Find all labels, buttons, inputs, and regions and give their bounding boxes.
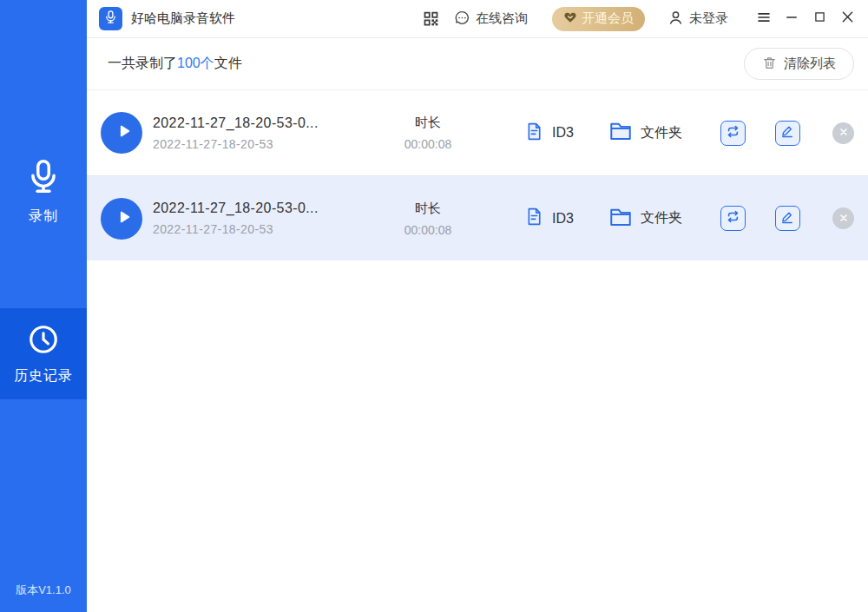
login-status-label: 未登录 bbox=[689, 10, 728, 27]
app-logo bbox=[99, 7, 122, 30]
open-folder-button[interactable]: 文件夹 bbox=[608, 119, 682, 147]
count-suffix: 文件 bbox=[214, 56, 242, 70]
id3-label: ID3 bbox=[552, 125, 574, 141]
id3-button[interactable]: ID3 bbox=[524, 207, 574, 230]
hamburger-icon bbox=[756, 10, 772, 29]
online-support-label: 在线咨询 bbox=[476, 10, 528, 27]
id3-button[interactable]: ID3 bbox=[524, 122, 574, 145]
rename-button[interactable] bbox=[775, 121, 800, 146]
sidebar: 录制 历史记录 版本V1.1.0 bbox=[0, 0, 87, 612]
count-prefix: 一共录制了 bbox=[108, 56, 177, 70]
delete-button[interactable] bbox=[832, 207, 854, 229]
duration-value: 00:00:08 bbox=[380, 137, 476, 151]
file-title: 2022-11-27_18-20-53-0... bbox=[153, 115, 380, 131]
duration-label: 时长 bbox=[380, 115, 476, 131]
maximize-button[interactable] bbox=[810, 10, 829, 29]
file-info: 2022-11-27_18-20-53-0... 2022-11-27-18-2… bbox=[153, 201, 380, 236]
duration-column: 时长 00:00:08 bbox=[380, 201, 476, 237]
sidebar-item-label: 历史记录 bbox=[14, 367, 73, 385]
folder-icon bbox=[608, 205, 633, 233]
folder-label: 文件夹 bbox=[641, 124, 682, 142]
duration-value: 00:00:08 bbox=[380, 223, 476, 237]
loop-icon bbox=[725, 123, 741, 143]
loop-icon bbox=[725, 208, 741, 228]
play-button[interactable] bbox=[101, 198, 142, 240]
file-info: 2022-11-27_18-20-53-0... 2022-11-27-18-2… bbox=[153, 115, 380, 151]
version-label: 版本V1.1.0 bbox=[0, 582, 87, 598]
folder-icon bbox=[608, 119, 633, 147]
play-icon bbox=[112, 122, 131, 144]
titlebar[interactable]: 好哈电脑录音软件 在线咨询 开通会员 bbox=[87, 0, 868, 38]
clear-list-button[interactable]: 清除列表 bbox=[744, 48, 854, 80]
menu-button[interactable] bbox=[754, 10, 773, 29]
folder-label: 文件夹 bbox=[641, 209, 682, 227]
membership-label: 开通会员 bbox=[582, 10, 634, 27]
clear-list-label: 清除列表 bbox=[784, 56, 836, 72]
convert-button[interactable] bbox=[720, 121, 746, 146]
login-button[interactable]: 未登录 bbox=[667, 10, 728, 29]
close-x-icon bbox=[838, 125, 849, 141]
close-icon bbox=[839, 9, 856, 29]
app-window: 录制 历史记录 版本V1.1.0 好哈电脑录音软件 bbox=[0, 0, 868, 612]
microphone-icon bbox=[103, 10, 118, 28]
pencil-icon bbox=[779, 123, 795, 142]
microphone-icon bbox=[24, 157, 62, 199]
delete-button[interactable] bbox=[832, 122, 854, 144]
duration-column: 时长 00:00:08 bbox=[380, 115, 476, 151]
pencil-icon bbox=[779, 209, 795, 228]
qr-code-icon[interactable] bbox=[422, 10, 440, 28]
sidebar-item-history[interactable]: 历史记录 bbox=[0, 308, 87, 399]
close-x-icon bbox=[838, 211, 849, 227]
chat-icon bbox=[454, 10, 470, 29]
person-icon bbox=[667, 10, 684, 29]
play-icon bbox=[112, 207, 131, 230]
trash-icon bbox=[762, 56, 777, 73]
close-button[interactable] bbox=[838, 10, 857, 29]
document-icon bbox=[524, 122, 544, 145]
count-highlight: 100个 bbox=[177, 56, 214, 70]
file-subtitle: 2022-11-27-18-20-53 bbox=[153, 137, 380, 151]
document-icon bbox=[524, 207, 544, 230]
rename-button[interactable] bbox=[775, 206, 800, 231]
minimize-button[interactable] bbox=[782, 10, 801, 29]
duration-label: 时长 bbox=[380, 201, 476, 217]
convert-button[interactable] bbox=[720, 206, 746, 231]
app-title: 好哈电脑录音软件 bbox=[131, 10, 235, 27]
membership-button[interactable]: 开通会员 bbox=[552, 7, 645, 31]
empty-content-area bbox=[87, 260, 868, 612]
clock-icon bbox=[27, 323, 60, 359]
online-support-button[interactable]: 在线咨询 bbox=[454, 10, 528, 29]
recording-row[interactable]: 2022-11-27_18-20-53-0... 2022-11-27-18-2… bbox=[87, 90, 868, 175]
sidebar-item-label: 录制 bbox=[29, 207, 58, 226]
list-header: 一共录制了100个文件 清除列表 bbox=[87, 38, 868, 90]
maximize-icon bbox=[812, 10, 827, 28]
id3-label: ID3 bbox=[552, 211, 574, 227]
open-folder-button[interactable]: 文件夹 bbox=[608, 205, 682, 233]
sidebar-item-record[interactable]: 录制 bbox=[0, 148, 87, 234]
play-button[interactable] bbox=[101, 112, 142, 154]
recording-row[interactable]: 2022-11-27_18-20-53-0... 2022-11-27-18-2… bbox=[87, 175, 868, 260]
vip-heart-icon bbox=[563, 10, 577, 27]
main-area: 好哈电脑录音软件 在线咨询 开通会员 bbox=[87, 0, 868, 612]
file-subtitle: 2022-11-27-18-20-53 bbox=[153, 222, 380, 236]
minimize-icon bbox=[784, 10, 799, 29]
titlebar-actions: 在线咨询 开通会员 未登录 bbox=[422, 7, 857, 31]
file-title: 2022-11-27_18-20-53-0... bbox=[153, 201, 380, 216]
file-count-text: 一共录制了100个文件 bbox=[108, 55, 242, 73]
